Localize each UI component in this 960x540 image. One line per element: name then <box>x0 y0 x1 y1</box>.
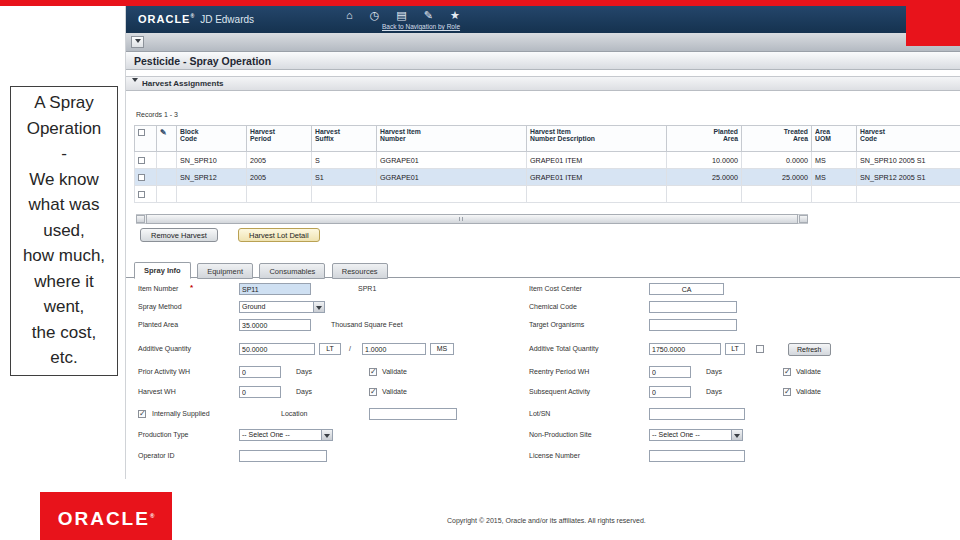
oracle-logo: ORACLE® <box>40 492 172 540</box>
required-marker: * <box>190 283 193 292</box>
spray-method-select[interactable]: Ground <box>239 301 325 313</box>
days-label: Days <box>706 368 722 375</box>
table-row[interactable]: SN_SPR10 2005 S GGRAPE01 GRAPE01 ITEM 10… <box>135 152 960 169</box>
row-checkbox[interactable] <box>138 157 145 164</box>
subsequent-activity-field[interactable] <box>649 386 691 398</box>
horizontal-scrollbar[interactable] <box>136 214 808 224</box>
records-count: Records 1 - 3 <box>136 111 178 118</box>
callout-line: Operation <box>11 116 117 142</box>
harvest-wh-validate-checkbox[interactable] <box>369 388 377 396</box>
compose-icon[interactable]: ✎ <box>424 9 433 21</box>
column-header[interactable]: Harvest Item Number Description <box>527 126 667 152</box>
item-cost-center-label: Item Cost Center <box>529 285 582 292</box>
reentry-period-wh-field[interactable] <box>649 366 691 378</box>
harvest-lot-detail-button[interactable]: Harvest Lot Detail <box>238 228 320 242</box>
breadcrumb-toolbar <box>126 33 960 52</box>
column-header[interactable]: Area UOM <box>812 126 857 152</box>
column-header[interactable]: Block Code <box>177 126 247 152</box>
dropdown-caret-icon[interactable] <box>131 36 144 48</box>
column-header[interactable]: Planted Area <box>667 126 742 152</box>
page-title: Pesticide - Spray Operation <box>126 52 960 70</box>
header-icons: ⌂ ◷ ▤ ✎ ★ <box>346 9 460 21</box>
jde-app-window: ORACLE®JD Edwards ⌂ ◷ ▤ ✎ ★ Back to Navi… <box>125 6 960 479</box>
favorites-star-icon[interactable]: ★ <box>450 9 460 21</box>
callout-box: A Spray Operation - We know what was use… <box>10 86 118 376</box>
target-organisms-field[interactable] <box>649 319 737 331</box>
non-production-site-label: Non-Production Site <box>529 431 592 438</box>
lot-sn-field[interactable] <box>649 408 745 420</box>
operator-id-field[interactable] <box>239 450 327 462</box>
additive-total-quantity-label: Additive Total Quantity <box>529 345 599 352</box>
reentry-validate-checkbox[interactable] <box>783 368 791 376</box>
scrollbar-thumb[interactable] <box>146 214 798 224</box>
production-type-select[interactable]: -- Select One -- <box>239 429 333 441</box>
callout-line: went, <box>11 294 117 320</box>
table-row[interactable]: SN_SPR12 2005 S1 GGRAPE01 GRAPE01 ITEM 2… <box>135 169 960 186</box>
item-number-field[interactable] <box>239 283 311 295</box>
additive-quantity-uom[interactable]: LT <box>319 343 341 355</box>
location-label: Location <box>281 410 307 417</box>
home-icon[interactable]: ⌂ <box>346 9 353 21</box>
table-row[interactable] <box>135 186 960 203</box>
select-all-checkbox[interactable] <box>138 129 145 136</box>
validate-label: Validate <box>796 388 821 395</box>
back-to-navigation-link[interactable]: Back to Navigation by Role <box>382 23 460 30</box>
refresh-button[interactable]: Refresh <box>788 343 831 356</box>
additive-quantity-label: Additive Quantity <box>138 345 191 352</box>
planted-area-field[interactable] <box>239 319 311 331</box>
tab-spray-info[interactable]: Spray Info <box>134 262 191 279</box>
additive-total-quantity-field[interactable] <box>649 343 721 355</box>
non-production-site-select[interactable]: -- Select One -- <box>649 429 743 441</box>
top-red-strip <box>0 0 960 6</box>
prior-activity-validate-checkbox[interactable] <box>369 368 377 376</box>
item-cost-center-field[interactable] <box>649 283 724 295</box>
column-header[interactable]: Harvest Item Number <box>377 126 527 152</box>
column-header[interactable]: Harvest Period <box>247 126 312 152</box>
reports-icon[interactable]: ▤ <box>396 9 406 21</box>
additive-total-uom[interactable]: LT <box>725 343 745 355</box>
customize-grid-icon[interactable]: ✎ <box>160 128 167 137</box>
collapse-triangle-icon <box>132 78 138 85</box>
item-number-description: SPR1 <box>358 285 376 292</box>
callout-line: - <box>11 141 117 167</box>
per-quantity-uom[interactable]: MS <box>430 343 454 355</box>
license-number-field[interactable] <box>649 450 745 462</box>
target-organisms-label: Target Organisms <box>529 321 584 328</box>
item-number-label: Item Number <box>138 285 178 292</box>
internally-supplied-label: Internally Supplied <box>152 410 210 417</box>
prior-activity-wh-field[interactable] <box>239 366 281 378</box>
production-type-label: Production Type <box>138 431 188 438</box>
validate-label: Validate <box>382 388 407 395</box>
callout-line: used, <box>11 218 117 244</box>
harvest-wh-field[interactable] <box>239 386 281 398</box>
per-quantity-field[interactable] <box>362 343 426 355</box>
tab-consumables[interactable]: Consumables <box>259 263 325 279</box>
app-header-bar: ORACLE®JD Edwards ⌂ ◷ ▤ ✎ ★ Back to Navi… <box>126 6 960 33</box>
presentation-slide: A Spray Operation - We know what was use… <box>0 0 960 540</box>
scroll-left-arrow-icon[interactable] <box>136 215 145 223</box>
additive-quantity-field[interactable] <box>239 343 315 355</box>
days-label: Days <box>706 388 722 395</box>
subsequent-validate-checkbox[interactable] <box>783 388 791 396</box>
column-header[interactable]: Harvest Suffix <box>312 126 377 152</box>
column-header[interactable]: Treated Area <box>742 126 812 152</box>
row-checkbox[interactable] <box>138 174 145 181</box>
additive-total-checkbox[interactable] <box>756 345 764 353</box>
callout-line: how much, <box>11 243 117 269</box>
oracle-jde-brand: ORACLE®JD Edwards <box>138 13 254 25</box>
recent-activity-icon[interactable]: ◷ <box>370 9 380 21</box>
harvest-wh-label: Harvest WH <box>138 388 176 395</box>
column-header[interactable]: Harvest Code <box>857 126 960 152</box>
days-label: Days <box>296 368 312 375</box>
chemical-code-field[interactable] <box>649 301 737 313</box>
scroll-right-arrow-icon[interactable] <box>799 215 808 223</box>
row-checkbox[interactable] <box>138 191 145 198</box>
callout-line: etc. <box>11 345 117 371</box>
internally-supplied-checkbox[interactable] <box>138 410 146 418</box>
tab-equipment[interactable]: Equipment <box>197 263 253 279</box>
remove-harvest-button[interactable]: Remove Harvest <box>140 228 218 242</box>
location-field[interactable] <box>369 408 457 420</box>
callout-line: the cost, <box>11 320 117 346</box>
harvest-assignments-section-header[interactable]: Harvest Assignments <box>126 76 960 91</box>
tab-resources[interactable]: Resources <box>332 263 388 279</box>
